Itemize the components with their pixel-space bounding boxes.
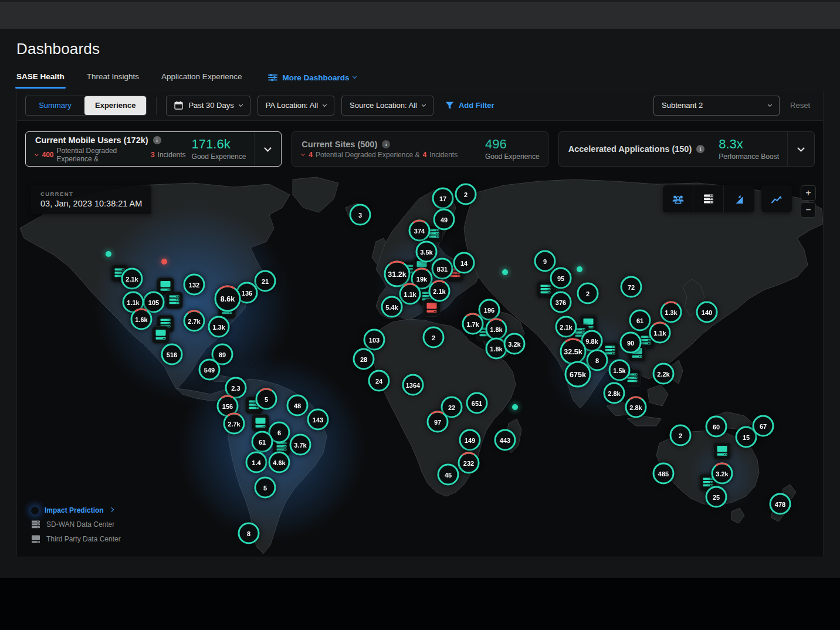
map-badge[interactable]: 232 (457, 451, 480, 475)
third-party-datacenter-icon[interactable] (152, 326, 170, 344)
map-badge[interactable]: 143 (306, 408, 330, 431)
current-sites-card[interactable]: Current Sites (500) 4 Potential Degraded… (292, 131, 548, 167)
experience-toggle-button[interactable]: Experience (84, 96, 146, 115)
source-location-dropdown[interactable]: Source Location: All (341, 96, 433, 116)
map-badge[interactable]: 1.3k (207, 315, 231, 338)
map-badge[interactable]: 2.2k (652, 362, 675, 385)
date-range-dropdown[interactable]: Past 30 Days (166, 96, 250, 116)
map-badge[interactable]: 25 (704, 485, 728, 509)
map-badge[interactable]: 3 (348, 203, 372, 226)
map-badge[interactable]: 443 (493, 428, 517, 452)
map-badge[interactable]: 67 (751, 414, 775, 438)
add-filter-button[interactable]: Add Filter (445, 101, 494, 110)
impact-prediction-legend[interactable]: Impact Prediction (31, 506, 121, 514)
pa-location-dropdown[interactable]: PA Location: All (258, 96, 334, 116)
svg-text:19k: 19k (416, 276, 428, 283)
map-badge[interactable]: 5 (253, 476, 277, 499)
map-badge[interactable]: 549 (198, 358, 221, 381)
map-badge[interactable]: 376 (549, 290, 573, 314)
trend-down-icon (301, 151, 305, 155)
metric-cards: Current Mobile Users (172k) 400 Potentia… (17, 121, 823, 172)
map-badge[interactable]: 1364 (401, 373, 425, 397)
map-badge[interactable]: 14 (452, 251, 476, 275)
expand-card-button[interactable] (787, 132, 814, 166)
svg-text:9.8k: 9.8k (585, 338, 598, 345)
map-badge[interactable]: 2 (454, 182, 477, 206)
info-icon[interactable] (696, 145, 704, 153)
map-badge[interactable]: 1.5k (608, 358, 631, 382)
zoom-out-button[interactable]: − (801, 202, 816, 218)
map-badge[interactable]: 831 (431, 257, 454, 280)
tab-sase-health[interactable]: SASE Health (16, 66, 65, 89)
map-badge[interactable]: 2.1k (120, 267, 144, 290)
map-badge[interactable]: 1.6k (130, 307, 153, 331)
map-badge[interactable]: 49 (432, 208, 456, 231)
world-map[interactable]: 2.1k132211368.6k1051.1k1.6k2.7k1.3k51689… (17, 172, 823, 557)
reset-filters-button[interactable]: Reset (790, 101, 810, 110)
third-party-datacenter-icon[interactable] (252, 414, 269, 432)
map-badge[interactable]: 516 (160, 343, 184, 366)
map-badge[interactable]: 1.1k (648, 321, 672, 344)
map-badge[interactable]: 5 (255, 387, 278, 411)
map-badge[interactable]: 2 (576, 282, 599, 305)
map-badge[interactable]: 3.7k (289, 433, 312, 456)
svg-text:831: 831 (437, 266, 448, 273)
subtenant-dropdown[interactable]: Subtenant 2 (653, 96, 780, 116)
map-badge[interactable]: 45 (436, 463, 460, 486)
map-badge[interactable]: 4.6k (267, 451, 291, 474)
svg-text:3.5k: 3.5k (420, 249, 433, 256)
map-badge[interactable]: 17 (431, 187, 455, 210)
map-badge[interactable]: 478 (768, 492, 792, 516)
map-badge[interactable]: 132 (182, 273, 206, 296)
sd-wan-datacenter-icon[interactable] (165, 292, 183, 309)
map-badge[interactable]: 140 (695, 300, 719, 324)
map-badge[interactable]: 149 (458, 428, 482, 452)
expand-card-button[interactable] (254, 132, 281, 166)
map-badge[interactable]: 72 (619, 275, 643, 299)
users-layer-button[interactable] (663, 185, 693, 212)
map-badge[interactable]: 1.3k (659, 300, 683, 324)
map-badge[interactable]: 60 (704, 415, 728, 438)
third-party-datacenter-icon[interactable] (713, 442, 731, 460)
map-badge[interactable]: 2.8k (624, 395, 648, 419)
map-badge[interactable]: 374 (408, 219, 431, 242)
map-badge[interactable]: 485 (652, 462, 675, 485)
summary-toggle-button[interactable]: Summary (26, 96, 84, 115)
map-badge[interactable]: 48 (286, 394, 309, 417)
map-badge[interactable]: 2.8k (602, 381, 626, 405)
map-badge[interactable]: 1.4 (245, 451, 268, 474)
map-badge[interactable]: 5.4k (380, 295, 404, 319)
accelerated-applications-card[interactable]: Accelerated Applications (150) 8.3x Perf… (558, 131, 815, 167)
map-badge[interactable]: 675k (564, 360, 592, 388)
tab-threat-insights[interactable]: Threat Insights (87, 66, 139, 89)
current-mobile-users-card[interactable]: Current Mobile Users (172k) 400 Potentia… (25, 131, 282, 167)
map-badge[interactable]: 3.2k (710, 462, 734, 485)
map-badge[interactable]: 1.7k (461, 312, 485, 336)
map-badge[interactable]: 90 (619, 331, 642, 354)
map-badge[interactable]: 2.7k (222, 412, 246, 435)
map-badge[interactable]: 2 (422, 326, 445, 349)
map-badge[interactable]: 8.6k (214, 284, 242, 313)
more-dashboards-menu[interactable]: More Dashboards (267, 73, 356, 82)
tab-application-experience[interactable]: Application Experience (161, 66, 242, 89)
zoom-in-button[interactable]: + (801, 185, 816, 201)
trend-chart-button[interactable] (761, 185, 792, 212)
info-icon[interactable] (382, 140, 390, 148)
map-badge[interactable]: 2.1k (554, 315, 578, 338)
prisma-access-layer-button[interactable] (724, 185, 754, 212)
map-badge[interactable]: 2.7k (182, 309, 206, 333)
svg-text:2.3: 2.3 (231, 385, 240, 392)
map-badge[interactable]: 61 (250, 430, 274, 453)
info-icon[interactable] (153, 136, 161, 144)
map-badge[interactable]: 2.1k (428, 279, 451, 303)
map-badge[interactable]: 95 (549, 266, 573, 290)
chevron-down-icon (264, 144, 272, 152)
map-badge[interactable]: 24 (367, 369, 391, 392)
sites-layer-button[interactable] (693, 185, 724, 212)
map-badge[interactable]: 3.2k (503, 332, 526, 355)
map-badge[interactable]: 28 (352, 347, 375, 371)
map-badge[interactable]: 8 (237, 521, 260, 545)
map-badge[interactable]: 97 (426, 410, 449, 433)
map-badge[interactable]: 651 (465, 391, 489, 415)
map-badge[interactable]: 2 (669, 424, 692, 447)
